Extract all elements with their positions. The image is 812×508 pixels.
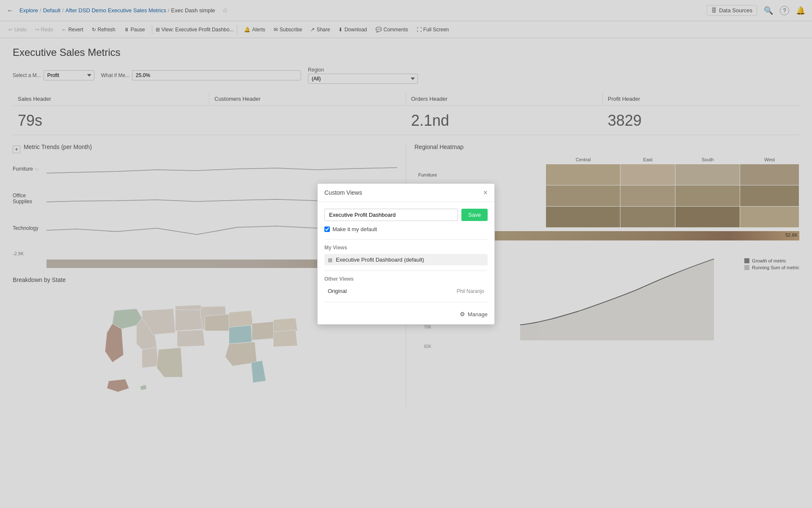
view-name-input[interactable] bbox=[324, 209, 458, 221]
modal-input-row: Save bbox=[324, 209, 488, 221]
gear-icon: ⚙ bbox=[460, 311, 465, 318]
manage-label: Manage bbox=[468, 311, 488, 318]
manage-row[interactable]: ⚙ Manage bbox=[324, 307, 488, 318]
modal-close-button[interactable]: × bbox=[483, 189, 488, 196]
other-view-label-0: Original bbox=[328, 288, 347, 294]
other-view-author-0: Phil Naranjo bbox=[457, 288, 484, 294]
modal-header: Custom Views × bbox=[318, 184, 494, 202]
modal-divider-3 bbox=[324, 302, 488, 302]
custom-views-modal: Custom Views × Save Make it my default M… bbox=[317, 183, 495, 325]
other-view-item-0[interactable]: Original Phil Naranjo bbox=[324, 285, 488, 297]
modal-divider-2 bbox=[324, 271, 488, 271]
default-checkbox-row: Make it my default bbox=[324, 226, 488, 232]
my-view-item-0[interactable]: ▦ Executive Profit Dashboard (default) bbox=[324, 254, 488, 265]
save-view-button[interactable]: Save bbox=[461, 209, 488, 221]
make-default-checkbox[interactable] bbox=[324, 226, 330, 232]
my-views-title: My Views bbox=[324, 245, 488, 251]
view-item-icon: ▦ bbox=[328, 257, 332, 263]
modal-divider-1 bbox=[324, 239, 488, 240]
modal-body: Save Make it my default My Views ▦ Execu… bbox=[318, 202, 494, 324]
my-view-label-0: Executive Profit Dashboard (default) bbox=[336, 257, 424, 263]
other-views-title: Other Views bbox=[324, 276, 488, 282]
modal-title: Custom Views bbox=[324, 189, 362, 196]
make-default-label: Make it my default bbox=[332, 226, 377, 232]
